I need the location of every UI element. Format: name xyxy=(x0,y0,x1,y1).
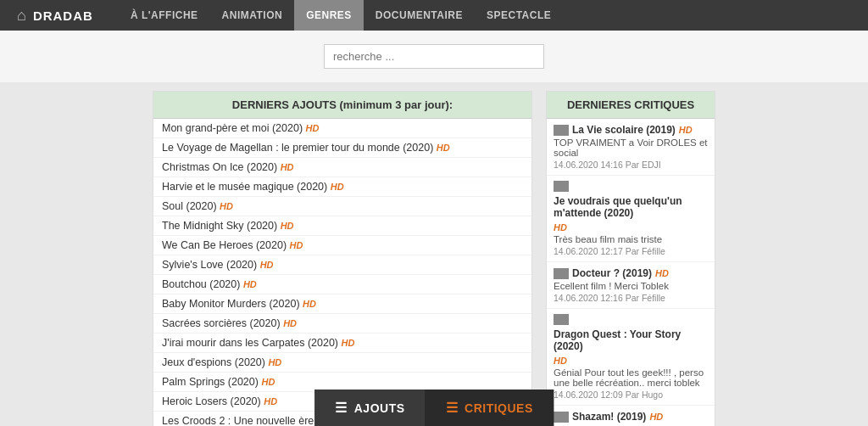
critique-title: Docteur ? (2019) HD xyxy=(554,267,708,279)
list-item[interactable]: Soul (2020) HD xyxy=(153,197,531,216)
hd-badge: HD xyxy=(261,377,275,387)
hd-badge: HD xyxy=(268,357,281,367)
movie-title: Sylvie's Love (2020) xyxy=(162,259,257,271)
critique-title-text: Je voudrais que quelqu'un m'attende (202… xyxy=(554,195,708,219)
hd-badge: HD xyxy=(655,268,669,278)
list-item[interactable]: Sylvie's Love (2020) HD xyxy=(153,255,531,275)
hd-badge: HD xyxy=(243,279,257,289)
hd-badge: HD xyxy=(290,240,303,250)
left-panel-header: DERNIERS AJOUTS (minimum 3 par jour): xyxy=(153,92,531,119)
critique-item[interactable]: Docteur ? (2019) HD Ecellent film ! Merc… xyxy=(547,262,715,309)
hd-badge: HD xyxy=(437,143,450,153)
critique-meta: 14.06.2020 12:09 Par Hugo xyxy=(554,390,708,400)
critiques-label: CRITIQUES xyxy=(465,401,533,415)
search-bar xyxy=(0,31,868,82)
left-panel: DERNIERS AJOUTS (minimum 3 par jour): Mo… xyxy=(153,91,532,426)
critique-title: Je voudrais que quelqu'un m'attende (202… xyxy=(554,181,708,233)
list-item[interactable]: Harvie et le musée magique (2020) HD xyxy=(153,177,531,197)
critique-text: Très beau film mais triste xyxy=(554,234,708,244)
nav-item-affiche[interactable]: À L'AFFICHE xyxy=(119,0,210,31)
hd-badge: HD xyxy=(264,396,277,406)
critique-item[interactable]: Shazam! (2019) HD Top du top 14.06.2020 … xyxy=(547,406,715,426)
critiques-button[interactable]: ☰ CRITIQUES xyxy=(426,390,554,426)
critique-item[interactable]: La Vie scolaire (2019) HD TOP VRAIMENT a… xyxy=(547,119,715,176)
list-item[interactable]: We Can Be Heroes (2020) HD xyxy=(153,236,531,255)
list-item[interactable]: J'irai mourir dans les Carpates (2020) H… xyxy=(153,334,531,353)
list-item[interactable]: Sacrées sorcières (2020) HD xyxy=(153,314,531,334)
hd-badge: HD xyxy=(281,162,294,172)
list-item[interactable]: Boutchou (2020) HD xyxy=(153,275,531,294)
list-item[interactable]: Christmas On Ice (2020) HD xyxy=(153,158,531,177)
critique-meta: 14.06.2020 12:17 Par Féfille xyxy=(554,246,708,256)
list-item[interactable]: Jeux d'espions (2020) HD xyxy=(153,353,531,373)
critique-meta: 14.06.2020 14:16 Par EDJI xyxy=(554,160,708,170)
nav-item-animation[interactable]: ANIMATION xyxy=(210,0,295,31)
list-item[interactable]: Mon grand-père et moi (2020) HD xyxy=(153,119,531,138)
movie-title: We Can Be Heroes (2020) xyxy=(162,239,287,251)
hd-badge: HD xyxy=(281,221,294,231)
ajouts-label: AJOUTS xyxy=(354,401,405,415)
hd-badge: HD xyxy=(306,123,320,133)
hd-badge: HD xyxy=(554,356,567,366)
critique-title: Shazam! (2019) HD xyxy=(554,411,708,423)
right-panel: DERNIERES CRITIQUES La Vie scolaire (201… xyxy=(546,91,715,426)
top-nav: ⌂ DRADAB À L'AFFICHE ANIMATION GENRES DO… xyxy=(0,0,868,31)
critique-thumb xyxy=(554,125,569,136)
critique-title-text: Docteur ? (2019) xyxy=(572,267,652,279)
critique-text: Génial Pour tout les geek!!! , perso une… xyxy=(554,367,708,388)
critiques-icon: ☰ xyxy=(446,400,459,416)
list-item[interactable]: The Midnight Sky (2020) HD xyxy=(153,216,531,236)
movie-title: Jeux d'espions (2020) xyxy=(162,356,265,368)
critique-thumb xyxy=(554,181,569,192)
right-panel-header: DERNIERES CRITIQUES xyxy=(547,92,715,119)
movie-title: Boutchou (2020) xyxy=(162,278,240,290)
critique-thumb xyxy=(554,268,569,279)
critique-title: Dragon Quest : Your Story (2020) HD xyxy=(554,314,708,366)
movie-title: Soul (2020) xyxy=(162,200,217,212)
hd-badge: HD xyxy=(283,318,297,328)
ajouts-icon: ☰ xyxy=(335,400,348,416)
movie-title: Harvie et le musée magique (2020) xyxy=(162,181,327,193)
bottom-bar: ☰ AJOUTS ☰ CRITIQUES xyxy=(314,390,554,426)
list-item[interactable]: Le Voyage de Magellan : le premier tour … xyxy=(153,138,531,158)
movie-title: Mon grand-père et moi (2020) xyxy=(162,122,303,134)
critique-title-text: Dragon Quest : Your Story (2020) xyxy=(554,328,708,352)
critique-text: TOP VRAIMENT a Voir DROLES et social xyxy=(554,137,708,158)
critique-title-text: La Vie scolaire (2019) xyxy=(572,124,676,136)
movie-title: Sacrées sorcières (2020) xyxy=(162,317,281,329)
critique-item[interactable]: Je voudrais que quelqu'un m'attende (202… xyxy=(547,176,715,262)
critique-thumb xyxy=(554,314,569,325)
hd-badge: HD xyxy=(260,260,274,270)
hd-badge: HD xyxy=(679,125,693,135)
ajouts-button[interactable]: ☰ AJOUTS xyxy=(314,390,425,426)
critique-list: La Vie scolaire (2019) HD TOP VRAIMENT a… xyxy=(547,119,715,426)
nav-item-genres[interactable]: GENRES xyxy=(294,0,364,31)
movie-title: Palm Springs (2020) xyxy=(162,376,259,388)
movie-title: Baby Monitor Murders (2020) xyxy=(162,298,300,310)
hd-badge: HD xyxy=(342,338,355,348)
critique-thumb xyxy=(554,412,569,423)
search-input[interactable] xyxy=(324,44,544,69)
movie-title: Christmas On Ice (2020) xyxy=(162,161,277,173)
nav-item-documentaire[interactable]: DOCUMENTAIRE xyxy=(364,0,475,31)
movie-title: Le Voyage de Magellan : le premier tour … xyxy=(162,142,433,154)
hd-badge: HD xyxy=(220,201,233,211)
movie-title: The Midnight Sky (2020) xyxy=(162,220,277,232)
critique-title: La Vie scolaire (2019) HD xyxy=(554,124,708,136)
hd-badge: HD xyxy=(554,222,567,233)
hd-badge: HD xyxy=(303,299,316,309)
main-content: DERNIERS AJOUTS (minimum 3 par jour): Mo… xyxy=(0,82,868,426)
movie-title: J'irai mourir dans les Carpates (2020) xyxy=(162,337,338,349)
list-item[interactable]: Baby Monitor Murders (2020) HD xyxy=(153,294,531,314)
critique-title-text: Shazam! (2019) xyxy=(572,411,646,423)
movie-list: Mon grand-père et moi (2020) HDLe Voyage… xyxy=(153,119,531,426)
critique-meta: 14.06.2020 12:16 Par Féfille xyxy=(554,293,708,303)
movie-title: Heroic Losers (2020) xyxy=(162,395,261,407)
hd-badge: HD xyxy=(331,182,344,192)
logo-text: DRADAB xyxy=(33,8,93,23)
critique-text: Ecellent film ! Merci Toblek xyxy=(554,281,708,291)
hd-badge: HD xyxy=(649,412,663,422)
home-icon: ⌂ xyxy=(17,7,26,25)
critique-item[interactable]: Dragon Quest : Your Story (2020) HD Géni… xyxy=(547,309,715,406)
nav-item-spectacle[interactable]: SPECTACLE xyxy=(475,0,563,31)
